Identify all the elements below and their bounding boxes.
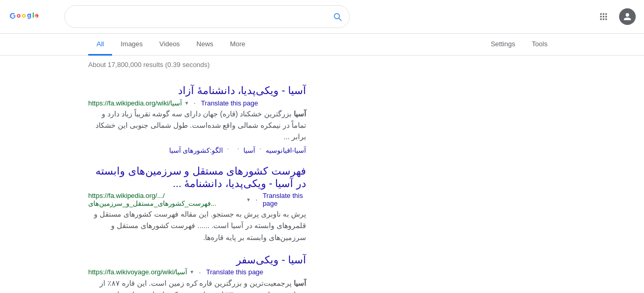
apps-icon[interactable] [594,7,613,26]
search-button[interactable] [332,11,342,22]
snippet-text: پرجمعیت‌ترین و بزرگترین قاره کره زمین اس… [100,279,306,293]
result-url-line: https://fa.wikivoyage.org/wiki/آسیا ▾ · … [88,268,306,276]
tab-more[interactable]: More [222,34,254,56]
result-url-line: https://fa.wikipedia.org/.../فهرست_کشوره… [88,192,306,207]
result-sublink[interactable]: آسیا-اقیانوسیه [266,146,306,154]
result-title[interactable]: فهرست کشورهای مستقل و سرزمین‌های وابسته … [88,165,306,190]
result-dropdown-arrow[interactable]: ▾ [190,269,194,275]
result-sublink[interactable]: الگو:کشورهای آسیا [169,146,223,154]
result-title[interactable]: آسیا - ویکی‌پدیا، دانشنامهٔ آزاد [88,84,306,97]
result-url: https://fa.wikipedia.org/.../فهرست_کشوره… [88,192,244,207]
result-links: آسیا-اقیانوسیه · · آسیا · · الگو:کشورهای… [88,144,306,154]
result-url: https://fa.wikivoyage.org/wiki/آسیا [88,268,187,276]
translate-link[interactable]: Translate this page [201,99,258,107]
result-url-line: https://fa.wikipedia.org/wiki/آسیا ▾ · T… [88,99,306,107]
tab-images[interactable]: Images [112,34,151,56]
result-title[interactable]: آسیا - ویکی‌سفر [88,254,306,266]
result-snippet: پرش به ناوبری پرش به جستجو. این مقاله فه… [88,208,306,243]
snippet-bold: آسیا [294,279,306,287]
nav-tabs: All Images Videos News More Settings Too… [0,34,644,56]
tab-videos[interactable]: Videos [151,34,188,56]
nav-right: Settings Tools [483,34,556,55]
google-logo[interactable] [8,9,56,24]
result-snippet: آسیا بزرگترین خشکناد (قاره) جهان دارای س… [88,108,306,142]
result-title-text: فهرست کشورهای مستقل و سرزمین‌های وابسته … [95,165,306,189]
result-item: آسیا - ویکی‌پدیا، دانشنامهٔ آزاد https:/… [88,84,306,154]
snippet-text: پرش به ناوبری پرش به جستجو. این مقاله فه… [94,210,306,241]
result-dropdown-arrow[interactable]: ▾ [247,196,250,203]
result-sublink-sep: · [237,144,239,154]
header: فارة آسیا -فوتبال [0,0,644,34]
results-container: آسیا - ویکی‌پدیا، دانشنامهٔ آزاد https:/… [0,84,394,293]
result-item: آسیا - ویکی‌سفر https://fa.wikivoyage.or… [88,254,306,293]
result-dropdown-arrow[interactable]: ▾ [185,100,188,106]
result-title-suffix: ... [173,178,182,189]
search-input[interactable]: فارة آسیا -فوتبال [64,5,350,28]
result-sublink-sep: · [227,144,229,154]
result-url: https://fa.wikipedia.org/wiki/آسیا [88,99,182,107]
header-right [594,7,636,26]
tab-all[interactable]: All [88,34,112,56]
snippet-bold: آسیا [294,110,306,118]
translate-link[interactable]: Translate this page [263,192,306,207]
result-sublink[interactable]: آسیا [243,146,255,154]
result-item: فهرست کشورهای مستقل و سرزمین‌های وابسته … [88,165,306,243]
result-snippet: آسیا پرجمعیت‌ترین و بزرگترین قاره کره زم… [88,277,306,293]
search-bar: فارة آسیا -فوتبال [64,5,350,28]
snippet-text: بزرگترین خشکناد (قاره) جهان دارای سه گوش… [95,110,306,141]
result-sublink-sep: · [259,144,262,154]
tab-news[interactable]: News [188,34,222,56]
translate-link[interactable]: Translate this page [206,268,263,276]
tab-tools[interactable]: Tools [524,34,556,56]
results-info: About 17,800,000 results (0.39 seconds) [0,56,644,74]
avatar[interactable] [619,8,636,25]
tab-settings[interactable]: Settings [483,34,524,56]
